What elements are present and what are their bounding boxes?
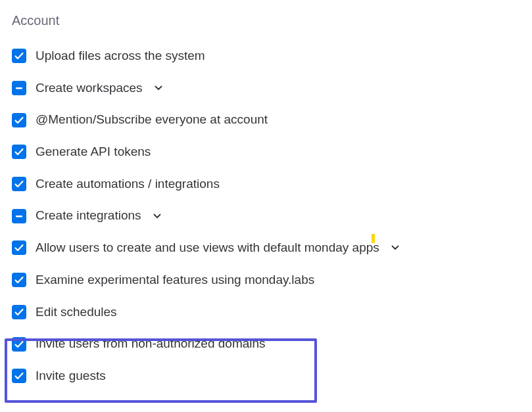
chevron-down-icon[interactable]	[390, 242, 400, 253]
option-row: Examine experimental features using mond…	[12, 264, 520, 296]
checkbox-checked[interactable]	[12, 49, 26, 63]
option-row: Invite guests	[12, 360, 520, 392]
option-label: Invite users from non-authorized domains	[36, 336, 266, 352]
option-label: Examine experimental features using mond…	[36, 272, 314, 288]
option-row: Upload files across the system	[12, 40, 520, 72]
option-label: Generate API tokens	[36, 144, 151, 160]
option-row: Create integrations	[12, 200, 520, 232]
option-label: Create automations / integrations	[36, 176, 220, 193]
svg-rect-1	[16, 216, 22, 217]
option-label: Upload files across the system	[36, 48, 205, 64]
checkbox-checked[interactable]	[12, 240, 26, 255]
checkbox-checked[interactable]	[12, 273, 26, 287]
checkbox-checked[interactable]	[12, 177, 26, 191]
checkbox-indeterminate[interactable]	[12, 209, 26, 223]
option-row: Edit schedules	[12, 296, 520, 329]
yellow-cursor-mark	[372, 234, 375, 243]
option-label: Allow users to create and use views with…	[36, 240, 379, 256]
options-list: Upload files across the systemCreate wor…	[12, 40, 520, 392]
option-row: Allow users to create and use views with…	[12, 232, 520, 264]
option-row: Invite users from non-authorized domains	[12, 328, 520, 360]
option-label: Invite guests	[36, 368, 106, 384]
chevron-down-icon[interactable]	[153, 83, 164, 93]
option-row: Create automations / integrations	[12, 168, 520, 200]
checkbox-checked[interactable]	[12, 337, 26, 352]
checkbox-indeterminate[interactable]	[12, 81, 26, 95]
svg-rect-0	[16, 87, 22, 89]
option-label: Create integrations	[36, 208, 141, 224]
option-label: @Mention/Subscribe everyone at account	[36, 112, 268, 128]
checkbox-checked[interactable]	[12, 113, 26, 127]
option-label: Edit schedules	[36, 304, 117, 321]
checkbox-checked[interactable]	[12, 305, 26, 319]
option-row: Create workspaces	[12, 72, 520, 104]
section-title: Account	[12, 13, 520, 28]
chevron-down-icon[interactable]	[152, 211, 162, 221]
option-row: @Mention/Subscribe everyone at account	[12, 104, 520, 136]
checkbox-checked[interactable]	[12, 369, 26, 383]
option-row: Generate API tokens	[12, 136, 520, 168]
checkbox-checked[interactable]	[12, 145, 26, 159]
option-label: Create workspaces	[36, 80, 143, 97]
